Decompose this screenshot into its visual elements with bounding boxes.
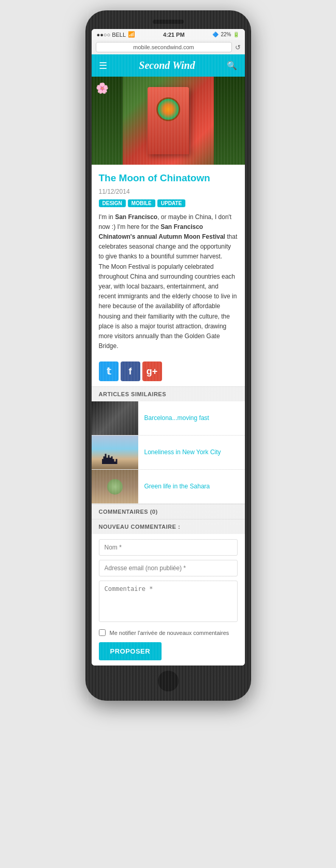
similar-article-barcelona[interactable]: Barcelona...moving fast [92,401,245,436]
nyc-silhouette [102,451,118,464]
screen: ●●○○ BELL 📶 4:21 PM 🔷 22% 🔋 mobile.secon… [92,29,245,666]
phone-shell: ●●○○ BELL 📶 4:21 PM 🔷 22% 🔋 mobile.secon… [85,10,251,701]
barcelona-thumbnail-image [92,401,138,435]
barcelona-thumb [92,401,138,435]
nyc-thumb [92,436,138,469]
nyc-thumbnail-image [92,436,138,469]
